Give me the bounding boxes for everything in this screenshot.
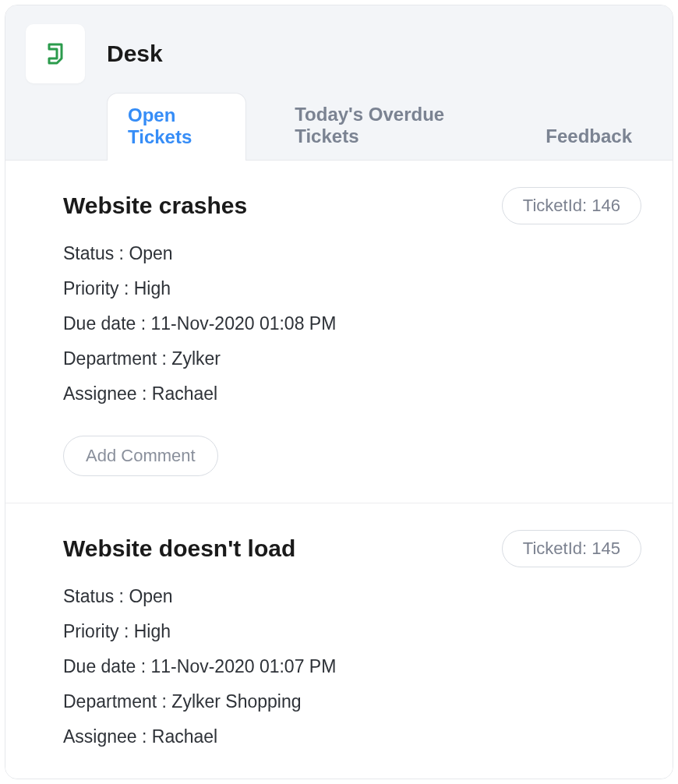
- ticket-title: Website doesn't load: [63, 535, 295, 562]
- ticket-department: Department : Zylker Shopping: [63, 691, 641, 712]
- ticket-department: Department : Zylker: [63, 348, 641, 369]
- ticket-priority: Priority : High: [63, 621, 641, 642]
- widget-header: Desk Open Tickets Today's Overdue Ticket…: [5, 5, 673, 161]
- ticket-id-prefix: TicketId: [523, 196, 582, 215]
- desk-widget: Desk Open Tickets Today's Overdue Ticket…: [5, 5, 673, 779]
- ticket-list: Website crashes TicketId: 146 Status : O…: [5, 161, 673, 779]
- tab-feedback[interactable]: Feedback: [525, 115, 652, 160]
- tabs: Open Tickets Today's Overdue Tickets Fee…: [26, 93, 652, 160]
- app-title: Desk: [107, 41, 163, 67]
- tab-overdue-tickets[interactable]: Today's Overdue Tickets: [274, 93, 497, 160]
- ticket-id-value: 145: [591, 539, 620, 558]
- ticket-id-value: 146: [591, 196, 620, 215]
- ticket-status: Status : Open: [63, 586, 641, 607]
- ticket-due-date: Due date : 11-Nov-2020 01:08 PM: [63, 313, 641, 334]
- ticket-assignee: Assignee : Rachael: [63, 383, 641, 404]
- ticket-assignee: Assignee : Rachael: [63, 726, 641, 747]
- ticket-id-prefix: TicketId: [523, 539, 582, 558]
- ticket-item: Website doesn't load TicketId: 145 Statu…: [5, 503, 673, 779]
- ticket-title: Website crashes: [63, 192, 247, 219]
- add-comment-button[interactable]: Add Comment: [63, 436, 218, 476]
- ticket-id-badge: TicketId: 145: [502, 530, 641, 567]
- ticket-item: Website crashes TicketId: 146 Status : O…: [5, 161, 673, 503]
- tab-open-tickets[interactable]: Open Tickets: [107, 93, 246, 161]
- ticket-priority: Priority : High: [63, 278, 641, 299]
- ticket-head: Website crashes TicketId: 146: [63, 187, 641, 224]
- desk-logo-icon: [41, 40, 69, 68]
- ticket-id-badge: TicketId: 146: [502, 187, 641, 224]
- add-comment-button[interactable]: Add Comment: [63, 779, 218, 779]
- app-logo: [26, 24, 85, 83]
- ticket-head: Website doesn't load TicketId: 145: [63, 530, 641, 567]
- ticket-due-date: Due date : 11-Nov-2020 01:07 PM: [63, 656, 641, 677]
- header-top: Desk: [26, 24, 652, 83]
- ticket-status: Status : Open: [63, 243, 641, 264]
